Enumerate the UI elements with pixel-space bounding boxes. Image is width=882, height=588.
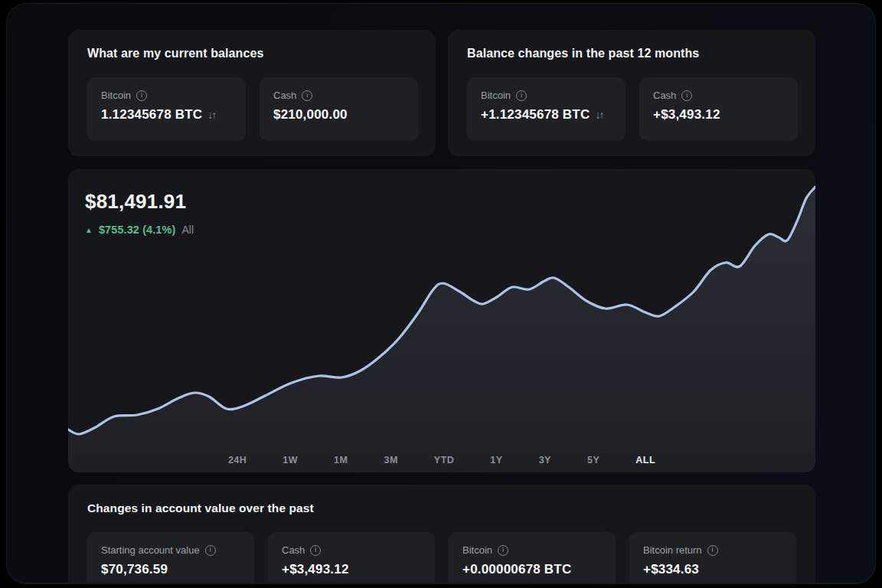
cash-change-tile: Cash i +$3,493.12 (639, 77, 798, 141)
info-icon[interactable]: i (707, 545, 718, 556)
info-icon-glyph: i (141, 92, 142, 99)
tile-value: +1.12345678 BTC (481, 107, 590, 122)
info-icon[interactable]: i (498, 545, 508, 556)
balance-block: $81,491.91 ▲ $755.32 (4.1%) All (85, 190, 194, 236)
current-balances-tiles: Bitcoin i 1.12345678 BTC ↓↑ Cash i $210,… (87, 77, 418, 141)
current-balances-card: What are my current balances Bitcoin i 1… (68, 30, 436, 156)
account-changes-card: Changes in account value over the past S… (68, 485, 815, 583)
balance-changes-tiles: Bitcoin i +1.12345678 BTC ↓↑ Cash i +$3,… (467, 77, 798, 141)
bitcoin-return-tile: Bitcoin return i +$334.63 (629, 532, 796, 583)
tile-label: Cash (282, 544, 305, 556)
range-button-ytd[interactable]: YTD (434, 455, 455, 466)
tile-label: Bitcoin (101, 90, 131, 101)
sort-arrows-icon[interactable]: ↓↑ (595, 109, 603, 121)
info-icon[interactable]: i (136, 90, 147, 101)
info-icon-glyph: i (210, 547, 211, 554)
range-button-1w[interactable]: 1W (283, 455, 298, 466)
tile-value: 1.12345678 BTC (101, 107, 202, 122)
range-button-3y[interactable]: 3Y (539, 455, 551, 466)
info-icon-glyph: i (521, 92, 522, 99)
tile-label: Bitcoin return (643, 544, 702, 556)
tile-value: +$334.63 (643, 562, 699, 577)
balance-change-text: $755.32 (4.1%) (99, 224, 176, 236)
cash-change-tile-bottom: Cash i +$3,493.12 (268, 532, 435, 583)
app-window: What are my current balances Bitcoin i 1… (6, 3, 876, 583)
info-icon-glyph: i (315, 547, 316, 554)
time-range-selector: 24H 1W 1M 3M YTD 1Y 3Y 5Y ALL (68, 455, 815, 466)
bitcoin-change-tile-bottom: Bitcoin i +0.00000678 BTC (449, 532, 616, 583)
info-icon-glyph: i (686, 92, 688, 99)
info-icon-glyph: i (306, 92, 308, 99)
balance-change-row: ▲ $755.32 (4.1%) All (85, 224, 194, 236)
tile-value: $70,736.59 (101, 562, 168, 577)
balance-change-period: All (181, 224, 194, 236)
info-icon[interactable]: i (516, 90, 527, 101)
range-button-3m[interactable]: 3M (384, 455, 397, 466)
change-up-icon: ▲ (85, 226, 93, 234)
range-button-all[interactable]: ALL (635, 455, 655, 466)
sort-arrows-icon[interactable]: ↓↑ (207, 109, 215, 121)
bitcoin-change-tile: Bitcoin i +1.12345678 BTC ↓↑ (467, 77, 626, 141)
tile-value: $210,000.00 (273, 107, 348, 122)
tile-label: Starting account value (101, 544, 200, 556)
tile-value: +$3,493.12 (653, 107, 720, 122)
info-icon[interactable]: i (302, 90, 312, 101)
tile-label: Cash (653, 90, 676, 101)
current-balances-title: What are my current balances (87, 47, 263, 60)
tile-label: Bitcoin (481, 90, 511, 101)
tile-value: +$3,493.12 (282, 562, 349, 577)
portfolio-balance: $81,491.91 (85, 190, 194, 214)
range-button-1y[interactable]: 1Y (490, 455, 502, 466)
tile-value: +0.00000678 BTC (462, 562, 571, 577)
info-icon[interactable]: i (205, 545, 216, 556)
info-icon-glyph: i (502, 547, 504, 554)
balance-changes-card: Balance changes in the past 12 months Bi… (448, 30, 815, 156)
info-icon[interactable]: i (681, 90, 692, 101)
range-button-24h[interactable]: 24H (228, 455, 247, 466)
starting-value-tile: Starting account value i $70,736.59 (87, 532, 254, 583)
cash-balance-tile: Cash i $210,000.00 (260, 77, 418, 141)
range-button-5y[interactable]: 5Y (587, 455, 599, 466)
balance-changes-title: Balance changes in the past 12 months (467, 47, 699, 60)
info-icon[interactable]: i (310, 545, 321, 556)
portfolio-chart-card: $81,491.91 ▲ $755.32 (4.1%) All 24H 1W 1… (68, 169, 815, 472)
range-button-1m[interactable]: 1M (334, 455, 348, 466)
account-changes-title: Changes in account value over the past (87, 501, 314, 515)
bitcoin-balance-tile: Bitcoin i 1.12345678 BTC ↓↑ (87, 77, 246, 141)
tile-label: Bitcoin (462, 544, 492, 556)
account-changes-tiles: Starting account value i $70,736.59 Cash… (87, 532, 796, 583)
info-icon-glyph: i (712, 547, 714, 554)
tile-label: Cash (273, 90, 296, 101)
